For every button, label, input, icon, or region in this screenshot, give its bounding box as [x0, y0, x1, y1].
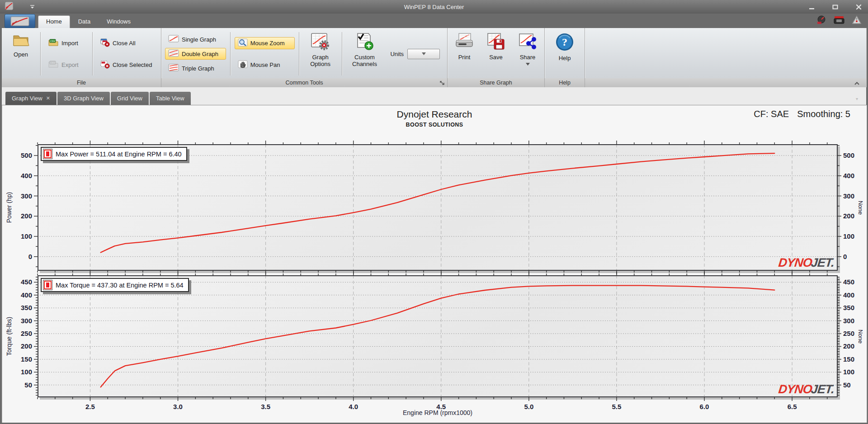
tab-graph-view[interactable]: Graph View ✕: [5, 92, 57, 105]
x-axis-title: Engine RPM (rpmx1000): [38, 409, 838, 416]
gauge-icon[interactable]: [816, 15, 826, 26]
single-graph-icon: [168, 35, 179, 44]
ribbon-filler: [585, 28, 866, 87]
tick-label: 450: [843, 278, 854, 286]
close-selected-icon: [100, 60, 110, 70]
tick-label: 100: [843, 232, 854, 240]
print-button[interactable]: Print: [450, 30, 478, 77]
ribbon-group-help: ? Help Help: [545, 28, 585, 87]
torque-right-axis-title: None: [856, 275, 866, 397]
ribbon-tab-data[interactable]: Data: [70, 15, 99, 28]
svg-text:CSV: CSV: [50, 39, 56, 42]
tick-label: 50: [24, 381, 32, 389]
folder-icon: [12, 32, 30, 50]
close-all-icon: [100, 38, 110, 48]
ribbon-tab-windows[interactable]: Windows: [99, 15, 139, 28]
mouse-pan-button[interactable]: Mouse Pan: [235, 59, 295, 71]
graph-options-button[interactable]: Graph Options: [302, 30, 339, 77]
group-label-common-tools: Common Tools: [161, 78, 447, 87]
ribbon-tab-row: Home Data Windows: [0, 14, 868, 28]
ribbon-group-share-graph: Print Save Share Share Graph: [448, 28, 545, 87]
tick-label: 300: [843, 192, 854, 200]
floppy-save-icon: [486, 32, 506, 52]
minimize-button[interactable]: [806, 3, 817, 11]
ribbon-tab-home[interactable]: Home: [38, 15, 70, 28]
tab-3d-graph-view[interactable]: 3D Graph View: [57, 92, 110, 105]
dynojet-logo: DYNOJET.: [778, 256, 835, 270]
tick-label: 200: [21, 212, 32, 220]
double-graph-button[interactable]: Double Graph: [165, 48, 226, 60]
import-button[interactable]: CSV Import: [45, 37, 88, 49]
tick-label: 250: [843, 330, 854, 337]
tab-close-icon[interactable]: ✕: [46, 95, 50, 101]
chart-canvas: 00100100200200300300400400500500: [38, 144, 838, 271]
maximize-button[interactable]: [829, 3, 841, 11]
tick-label: 200: [21, 342, 32, 350]
close-selected-button[interactable]: Close Selected: [97, 58, 156, 71]
ribbon-collapse-icon[interactable]: [854, 79, 860, 88]
tick-label: 200: [843, 342, 854, 350]
tick-label: 350: [21, 304, 32, 311]
tabstrip-overflow-icon[interactable]: ▾: [856, 96, 858, 101]
tick-label: 500: [21, 151, 32, 159]
legend-swatch-icon: [43, 149, 52, 159]
tick-label: 450: [21, 278, 32, 286]
tick-label: 100: [21, 368, 32, 376]
torque-plot[interactable]: 5050100100150150200200250250300300350350…: [38, 275, 838, 397]
single-graph-button[interactable]: Single Graph: [165, 33, 226, 45]
torque-legend[interactable]: Max Torque = 437.30 at Engine RPM = 5.64: [41, 278, 189, 292]
chart-canvas: 5050100100150150200200250250300300350350…: [38, 275, 838, 397]
tick-label: 300: [843, 317, 854, 325]
winpep-window: WinPEP 8 Data Center Home Data Windows O…: [0, 0, 868, 424]
device-icon[interactable]: [834, 15, 844, 26]
group-label-help: Help: [545, 78, 585, 87]
torque-axis-title: Torque (ft-lbs): [4, 275, 14, 397]
correction-info: CF: SAE Smoothing: 5: [754, 109, 850, 119]
tick-label: 150: [21, 355, 32, 363]
units-dropdown[interactable]: [407, 49, 440, 59]
share-dropdown-icon[interactable]: [526, 61, 530, 68]
tick-label: 200: [843, 212, 854, 220]
tick-label: 400: [21, 172, 32, 179]
custom-channels-icon: [354, 32, 375, 52]
ribbon-group-file: Open CSV Import CSV Export: [2, 28, 161, 87]
Power (hp)-curve: [101, 153, 775, 252]
share-nodes-icon: [518, 32, 538, 52]
chart-subtitle: BOOST SOLUTIONS: [2, 122, 867, 128]
smoothing-value: Smoothing: 5: [797, 109, 850, 119]
svg-text:?: ?: [562, 36, 567, 48]
double-graph-icon: [168, 49, 179, 58]
legend-swatch-icon: [43, 280, 52, 290]
group-label-file: File: [2, 78, 161, 87]
tick-label: 50: [843, 381, 851, 389]
power-plot[interactable]: 00100100200200300300400400500500 Max Pow…: [38, 144, 838, 271]
tick-label: 100: [21, 232, 32, 240]
magnifier-icon: [238, 38, 248, 48]
tick-label: 400: [21, 291, 32, 299]
triple-graph-button[interactable]: Triple Graph: [165, 62, 226, 74]
save-button[interactable]: Save: [483, 30, 509, 77]
graph-options-icon: [310, 32, 331, 52]
close-all-button[interactable]: Close All: [97, 37, 156, 50]
tab-grid-view[interactable]: Grid View: [111, 92, 149, 105]
tab-table-view[interactable]: Table View: [150, 92, 191, 105]
cf-value: CF: SAE: [754, 109, 789, 119]
warning-icon[interactable]: [852, 15, 862, 26]
tick-label: 100: [843, 368, 854, 376]
svg-text:CSV: CSV: [50, 61, 56, 64]
open-button[interactable]: Open: [5, 30, 37, 77]
share-button[interactable]: Share: [514, 30, 542, 77]
tick-label: 400: [843, 172, 854, 179]
tick-label: 500: [843, 151, 854, 159]
title-bar: WinPEP 8 Data Center: [0, 0, 868, 14]
custom-channels-button[interactable]: Custom Channels: [345, 30, 384, 77]
power-legend[interactable]: Max Power = 511.04 at Engine RPM = 6.40: [41, 147, 187, 161]
window-title: WinPEP 8 Data Center: [0, 4, 868, 10]
power-axis-title: Power (hp): [4, 144, 14, 271]
help-button[interactable]: ? Help: [551, 30, 579, 77]
application-button[interactable]: [5, 14, 35, 28]
mouse-zoom-button[interactable]: Mouse Zoom: [235, 37, 295, 49]
close-button[interactable]: [853, 3, 864, 11]
ribbon-group-common-tools: Single Graph Double Graph Triple Graph: [161, 28, 448, 87]
export-button[interactable]: CSV Export: [45, 59, 88, 71]
